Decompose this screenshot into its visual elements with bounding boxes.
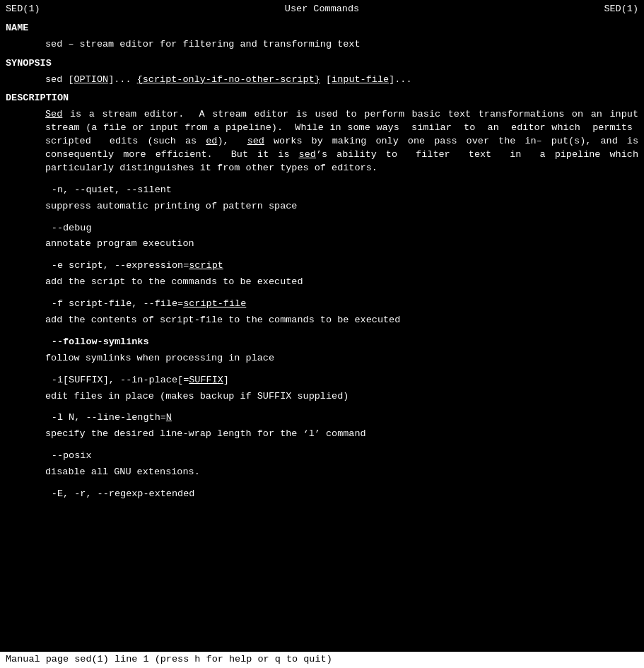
option-l-desc: specify the desired line-wrap length for… bbox=[45, 428, 638, 441]
synopsis-label: SYNOPSIS bbox=[6, 57, 638, 71]
synopsis-sed: sed [OPTION]... {script-only-if-no-other… bbox=[45, 74, 412, 85]
option-debug-label: --debug bbox=[6, 223, 92, 233]
n-link: N bbox=[166, 412, 172, 423]
option-follow-desc: follow symlinks when processing in place bbox=[45, 352, 638, 365]
option-posix-desc: disable all GNU extensions. bbox=[45, 466, 638, 479]
description-section: DESCRIPTION Sed is a stream editor. A st… bbox=[6, 92, 638, 500]
name-section: NAME sed – stream editor for filtering a… bbox=[6, 22, 638, 52]
name-content: sed – stream editor for filtering and tr… bbox=[45, 38, 638, 52]
script-file-link: script-file bbox=[183, 298, 246, 309]
status-text: Manual page sed(1) line 1 (press h for h… bbox=[6, 654, 332, 664]
option-debug-desc: annotate program execution bbox=[45, 238, 638, 251]
option-i: -i[SUFFIX], --in-place[=SUFFIX] bbox=[6, 374, 638, 387]
ed-link: ed bbox=[206, 136, 217, 146]
option-l-text: specify the desired line-wrap length for… bbox=[45, 428, 366, 439]
synopsis-line: sed [OPTION]... {script-only-if-no-other… bbox=[45, 74, 638, 87]
option-e-r-label: -E, -r, --regexp-extended bbox=[6, 488, 194, 499]
script-link: script bbox=[189, 260, 223, 271]
option-debug-text: annotate program execution bbox=[45, 238, 194, 249]
option-follow-label: --follow-symlinks bbox=[6, 336, 149, 347]
script-underline: {script-only-if-no-other-script} bbox=[137, 74, 320, 85]
input-file-underline: input-file bbox=[332, 74, 389, 85]
sed-link-2: sed bbox=[247, 136, 264, 146]
option-l-label: -l N, --line-length=N bbox=[6, 412, 172, 423]
option-e-r: -E, -r, --regexp-extended bbox=[6, 488, 638, 501]
option-f-label: -f script-file, --file=script-file bbox=[6, 298, 246, 309]
name-label: NAME bbox=[6, 22, 638, 35]
option-n-text: suppress automatic printing of pattern s… bbox=[45, 201, 297, 211]
option-follow-text: follow symlinks when processing in place bbox=[45, 353, 274, 363]
option-l: -l N, --line-length=N bbox=[6, 411, 638, 425]
header-center: User Commands bbox=[285, 3, 359, 16]
option-follow: --follow-symlinks bbox=[6, 336, 638, 349]
option-e-text: add the script to the commands to be exe… bbox=[45, 276, 303, 287]
sed-link-1: Sed bbox=[45, 109, 62, 119]
option-posix-label: --posix bbox=[6, 450, 92, 461]
option-f-text: add the contents of script-file to the c… bbox=[45, 315, 400, 325]
description-para: Sed is a stream editor. A stream editor … bbox=[45, 108, 638, 175]
option-n: -n, --quiet, --silent bbox=[6, 184, 638, 197]
option-e: -e script, --expression=script bbox=[6, 259, 638, 273]
description-label: DESCRIPTION bbox=[6, 92, 638, 105]
suffix-link: SUFFIX bbox=[189, 375, 223, 385]
description-text: Sed is a stream editor. A stream editor … bbox=[45, 108, 638, 175]
option-i-text: edit files in place (makes backup if SUF… bbox=[45, 391, 349, 402]
option-i-label: -i[SUFFIX], --in-place[=SUFFIX] bbox=[6, 375, 229, 385]
option-f-desc: add the contents of script-file to the c… bbox=[45, 314, 638, 327]
option-debug: --debug bbox=[6, 222, 638, 235]
option-posix: --posix bbox=[6, 450, 638, 463]
option-n-label: -n, --quiet, --silent bbox=[6, 184, 172, 195]
header-right: SED(1) bbox=[604, 3, 638, 16]
main-content: SED(1) User Commands SED(1) NAME sed – s… bbox=[0, 0, 644, 525]
synopsis-section: SYNOPSIS sed [OPTION]... {script-only-if… bbox=[6, 57, 638, 87]
name-text: sed – stream editor for filtering and tr… bbox=[45, 39, 361, 49]
option-e-label: -e script, --expression=script bbox=[6, 260, 223, 271]
header: SED(1) User Commands SED(1) bbox=[6, 3, 638, 16]
header-left: SED(1) bbox=[6, 3, 40, 16]
option-underline: OPTION bbox=[74, 74, 109, 85]
status-bar: Manual page sed(1) line 1 (press h for h… bbox=[0, 652, 644, 668]
option-posix-text: disable all GNU extensions. bbox=[45, 467, 200, 477]
option-i-desc: edit files in place (makes backup if SUF… bbox=[45, 390, 638, 404]
option-e-desc: add the script to the commands to be exe… bbox=[45, 276, 638, 289]
sed-link-3: sed bbox=[299, 149, 316, 160]
option-f: -f script-file, --file=script-file bbox=[6, 298, 638, 311]
option-n-desc: suppress automatic printing of pattern s… bbox=[45, 200, 638, 213]
